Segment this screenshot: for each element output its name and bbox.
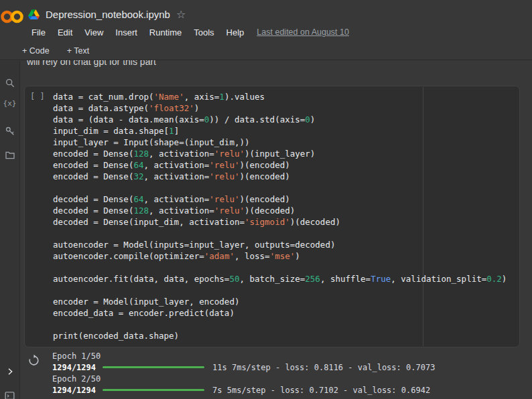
add-text-button[interactable]: + Text	[67, 46, 89, 56]
search-icon[interactable]	[0, 73, 19, 93]
output-lines: Epoch 1/501294/129411s 7ms/step - loss: …	[52, 351, 520, 396]
code-line: decoded = Dense(128, activation='relu')(…	[53, 205, 517, 216]
header: Depression_notebook.ipynb ☆ FileEditView…	[0, 0, 532, 42]
code-editor[interactable]: data = cat_num.drop('Name', axis=1).valu…	[53, 91, 517, 345]
code-cell: [ ] data = cat_num.drop('Name', axis=1).…	[24, 86, 520, 347]
code-line: input_dim = data.shape[1]	[53, 125, 517, 137]
output-epoch-line: Epoch 1/50	[52, 351, 520, 362]
notebook-title[interactable]: Depression_notebook.ipynb	[46, 9, 170, 20]
variables-icon[interactable]: {x}	[0, 93, 19, 113]
code-line: autoencoder.compile(optimizer='adam', lo…	[53, 250, 517, 262]
code-line	[53, 262, 517, 273]
drive-icon	[28, 9, 40, 19]
output-progress-line: 1294/12947s 5ms/step - loss: 0.7102 - va…	[52, 385, 520, 396]
code-line: input_layer = Input(shape=(input_dim,))	[53, 137, 517, 148]
code-line	[53, 228, 517, 239]
code-line: data = data.astype('float32')	[53, 102, 517, 114]
progress-bar	[103, 389, 204, 391]
cell-toolbar: + Code + Text	[0, 42, 532, 60]
code-line: decoded = Dense(64, activation='relu')(e…	[53, 193, 517, 205]
menu-runtime[interactable]: Runtime	[143, 27, 188, 37]
progress-bar	[103, 366, 204, 368]
code-line: decoded = Dense(input_dim, activation='s…	[53, 216, 517, 228]
code-line: autoencoder = Model(inputs=input_layer, …	[53, 239, 517, 250]
output-progress-line: 1294/129411s 7ms/step - loss: 0.8116 - v…	[52, 362, 520, 374]
code-line: encoder = Model(input_layer, encoded)	[53, 296, 517, 307]
code-line: encoded = Dense(64, activation='relu')(e…	[53, 159, 517, 171]
code-line: print(encoded_data.shape)	[53, 330, 517, 341]
star-icon[interactable]: ☆	[176, 8, 186, 21]
code-line: autoencoder.fit(data, data, epochs=50, b…	[53, 273, 517, 285]
colab-app: Depression_notebook.ipynb ☆ FileEditView…	[0, 0, 532, 399]
menu-file[interactable]: File	[25, 27, 52, 37]
cell-running-spinner-icon[interactable]	[27, 354, 40, 370]
menu-help[interactable]: Help	[220, 27, 251, 37]
secrets-key-icon[interactable]	[0, 121, 19, 141]
code-line: encoded = Dense(32, activation='relu')(e…	[53, 171, 517, 182]
terminal-icon[interactable]	[0, 386, 19, 399]
code-line: encoded_data = encoder.predict(data)	[53, 307, 517, 319]
add-code-button[interactable]: + Code	[22, 46, 50, 56]
last-edited-link[interactable]: Last edited on August 10	[257, 27, 349, 37]
progress-stats: 7s 5ms/step - loss: 0.7102 - val_loss: 0…	[212, 386, 430, 395]
expand-panel-icon[interactable]	[0, 362, 19, 382]
code-line: data = cat_num.drop('Name', axis=1).valu…	[53, 91, 517, 102]
left-sidebar: {x}	[0, 61, 20, 399]
title-row: Depression_notebook.ipynb ☆	[28, 7, 186, 21]
output-epoch-line: Epoch 2/50	[52, 374, 520, 385]
progress-count: 1294/1294	[52, 363, 96, 372]
progress-stats: 11s 7ms/step - loss: 0.8116 - val_loss: …	[212, 363, 435, 372]
cell-output: Epoch 1/501294/129411s 7ms/step - loss: …	[24, 351, 520, 396]
menu-insert[interactable]: Insert	[109, 27, 143, 37]
code-line	[53, 319, 517, 330]
run-cell-button[interactable]: [ ]	[30, 92, 45, 101]
code-line: encoded = Dense(128, activation='relu')(…	[53, 148, 517, 159]
files-folder-icon[interactable]	[0, 145, 19, 165]
menu-view[interactable]: View	[78, 27, 109, 37]
progress-count: 1294/1294	[52, 386, 96, 395]
colab-logo[interactable]	[0, 7, 25, 27]
variables-icon-label: {x}	[3, 99, 17, 108]
code-line	[53, 285, 517, 296]
code-line: data = (data - data.mean(axis=0)) / data…	[53, 114, 517, 125]
menu-bar: FileEditViewInsertRuntimeToolsHelpLast e…	[25, 25, 349, 39]
menu-edit[interactable]: Edit	[52, 27, 78, 37]
colab-logo-icon	[0, 8, 24, 25]
code-line	[53, 182, 517, 193]
menu-tools[interactable]: Tools	[188, 27, 220, 37]
